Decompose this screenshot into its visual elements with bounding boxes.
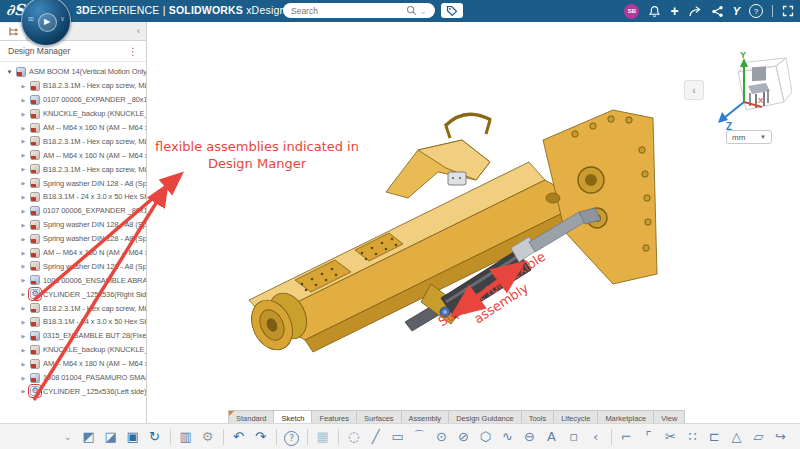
expand-arrow-icon[interactable]: ▶ (20, 361, 27, 367)
tree-row[interactable]: ▶0107 00006_EXPANDER _80x14... (0, 204, 146, 218)
expand-arrow-icon[interactable]: ▶ (20, 125, 27, 131)
import-export-icon[interactable]: ▥ (176, 427, 196, 447)
tree-row[interactable]: ▶B18.3.1M - 24 x 3.0 x 50 Hex SH... (0, 315, 146, 329)
share-nodes-icon[interactable] (711, 5, 724, 18)
expand-arrow-icon[interactable]: ▶ (20, 277, 27, 283)
tree-row[interactable]: ▶0107 00006_EXPANDER _80x14... (0, 93, 146, 107)
save-icon[interactable]: ▣ (123, 427, 143, 447)
expand-arrow-icon[interactable]: ▶ (20, 375, 27, 381)
expand-arrow-icon[interactable]: ▶ (20, 194, 27, 200)
tree-row[interactable]: ▶1008 01004_PASAMURO SMAL... (0, 371, 146, 385)
expand-arrow-icon[interactable]: ▶ (20, 208, 27, 214)
expand-arrow-icon[interactable]: ▶ (20, 152, 27, 158)
tab-design-guidance[interactable]: Design Guidance (448, 410, 522, 424)
search-box[interactable]: ⌄ (283, 3, 435, 18)
3d-viewport[interactable]: ‹ Y Z X (146, 22, 800, 424)
tree-row[interactable]: ▶⚙CYLINDER _125x536(Left side) (... (0, 384, 146, 398)
tree-row[interactable]: ▶AM -- M64 x 180 N (AM -- M64 x... (0, 357, 146, 371)
tree-row[interactable]: ▶0315_ENSAMBLE BUT 28(Fixed)... (0, 329, 146, 343)
help-icon[interactable]: ? (749, 4, 763, 18)
expand-arrow-icon[interactable]: ▶ (20, 305, 27, 311)
expand-arrow-icon[interactable]: ▶ (20, 291, 27, 297)
polyline-tool-icon[interactable]: ‹ (586, 427, 606, 447)
tree-row[interactable]: ▶AM -- M64 x 160 N (AM -- M64 x... (0, 121, 146, 135)
rectangle-tool-icon[interactable]: ▭ (388, 427, 408, 447)
tab-marketplace[interactable]: Marketplace (597, 410, 654, 424)
help-icon[interactable]: ? (282, 427, 302, 447)
point-tool-icon[interactable]: ▫ (564, 427, 584, 447)
fullscreen-icon[interactable] (782, 5, 794, 17)
part-library-icon[interactable]: ◪ (101, 427, 121, 447)
orientation-triad[interactable]: Y Z X (714, 50, 792, 142)
tab-assembly[interactable]: Assembly (401, 410, 450, 424)
tree-row[interactable]: ▶Spring washer DIN 128 - A8 (Spri... (0, 259, 146, 273)
corner-tool-icon[interactable]: ⌐ (617, 427, 637, 447)
tab-sketch[interactable]: Sketch (273, 410, 312, 424)
expand-arrow-icon[interactable]: ▶ (20, 250, 27, 256)
expand-arrow-icon[interactable]: ▶ (20, 111, 27, 117)
tree-row[interactable]: ▶B18.2.3.1M - Hex cap screw, M8 ... (0, 79, 146, 93)
swym-icon[interactable]: Y (733, 5, 740, 17)
expand-arrow-icon[interactable]: ▶ (20, 97, 27, 103)
ellipse-tool-icon[interactable]: ⊘ (454, 427, 474, 447)
tree-row[interactable]: ▶B18.3.1M - 24 x 3.0 x 50 Hex SH... (0, 190, 146, 204)
tab-tools[interactable]: Tools (521, 410, 555, 424)
tab-standard[interactable]: Standard (228, 410, 274, 424)
tree-row[interactable]: ▶Spring washer DIN 128 - A8 (Spri... (0, 218, 146, 232)
expand-arrow-icon[interactable]: ▶ (20, 222, 27, 228)
offset-tool-icon[interactable]: ⊏ (705, 427, 725, 447)
tree-row[interactable]: ▶B18.2.3.1M - Hex cap screw, M8 ... (0, 301, 146, 315)
collapse-arrow-icon[interactable]: ▼ (6, 69, 13, 75)
slot-tool-icon[interactable]: ⊖ (520, 427, 540, 447)
tree-row[interactable]: ▶KNUCKLE_backup (KNUCKLE_b... (0, 107, 146, 121)
sync-icon[interactable]: ↻ (145, 427, 165, 447)
compass-play-icon[interactable]: ▶ (38, 13, 57, 32)
panel-menu-icon[interactable]: ⋮ (128, 46, 138, 57)
tree-row[interactable]: ▶B18.2.3.1M - Hex cap screw, M8 ... (0, 162, 146, 176)
share-icon[interactable] (688, 5, 702, 18)
tree-row[interactable]: ▶AM -- M64 x 160 N (AM -- M64 x... (0, 246, 146, 260)
expand-arrow-icon[interactable]: ▶ (20, 166, 27, 172)
convert-entities-icon[interactable]: ↪ (771, 427, 791, 447)
expand-arrow-icon[interactable]: ▶ (20, 347, 27, 353)
insert-part-icon[interactable]: ◩ (79, 427, 99, 447)
pattern-tool-icon[interactable]: ∷ (683, 427, 703, 447)
expand-arrow-icon[interactable]: ▶ (20, 319, 27, 325)
expand-arrow-icon[interactable]: ▶ (20, 333, 27, 339)
notifications-bell-icon[interactable] (648, 5, 661, 18)
search-icon[interactable] (406, 5, 417, 16)
viewport-collapse-icon[interactable]: ‹ (684, 80, 704, 100)
tag-button[interactable] (441, 3, 463, 18)
tree-row[interactable]: ▶1008 00006_ENSAMBLE ABRAZ... (0, 273, 146, 287)
polygon-tool-icon[interactable]: ⬡ (476, 427, 496, 447)
panel-collapse-icon[interactable]: ‹ (131, 26, 146, 36)
tree-row[interactable]: ▶Spring washer DIN 128 - A8 (Spri... (0, 232, 146, 246)
spline-tool-icon[interactable]: ∿ (498, 427, 518, 447)
fillet-tool-icon[interactable]: ⌜ (639, 427, 659, 447)
tab-features[interactable]: Features (311, 410, 357, 424)
grid-icon[interactable]: ▦ (313, 427, 333, 447)
cube-tool-icon[interactable]: ▱ (749, 427, 769, 447)
add-content-icon[interactable]: + (670, 4, 678, 18)
expand-arrow-icon[interactable]: ▶ (20, 83, 27, 89)
search-scope-chevron-icon[interactable]: ⌄ (419, 6, 427, 16)
toolbar-collapse-icon[interactable]: ⌄ (58, 432, 78, 442)
trim-tool-icon[interactable]: ✂ (661, 427, 681, 447)
circle-tool-icon[interactable]: ⊙ (432, 427, 452, 447)
settings-gear-icon[interactable]: ⚙ (198, 427, 218, 447)
tree-row[interactable]: ▶⚙CYLINDER _125x536(Right Side... (0, 287, 146, 301)
tree-row[interactable]: ▶KNUCKLE_backup (KNUCKLE_b... (0, 343, 146, 357)
undo-icon[interactable]: ↶ (229, 427, 249, 447)
units-dropdown[interactable]: mm ▼ (726, 130, 772, 144)
expand-arrow-icon[interactable]: ▶ (20, 180, 27, 186)
lasso-select-icon[interactable]: ◌ (344, 427, 364, 447)
text-tool-icon[interactable]: A (542, 427, 562, 447)
avatar[interactable]: SB (624, 4, 639, 19)
tab-lifecycle[interactable]: Lifecycle (553, 410, 598, 424)
redo-icon[interactable]: ↷ (251, 427, 271, 447)
tree-row[interactable]: ▶AM -- M64 x 160 N (AM -- M64 x... (0, 148, 146, 162)
search-input[interactable] (289, 5, 406, 17)
tab-surfaces[interactable]: Surfaces (356, 410, 402, 424)
arc-tool-icon[interactable]: ⌒ (410, 427, 430, 447)
tree-row[interactable]: ▼ASM BOOM 14(Vertical Motion Only) (0, 65, 146, 79)
